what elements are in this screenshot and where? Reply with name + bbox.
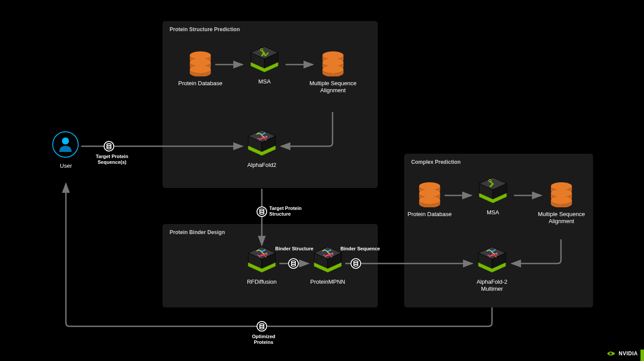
svg-point-31 [190,58,211,66]
database-icon [321,51,345,76]
node-alphafold2: AlphaFold2 [235,130,288,169]
node-label: MSA [238,78,291,85]
edge-label-optimized: Optimized Proteins [246,334,281,345]
svg-point-63 [551,182,572,190]
user-icon [52,131,79,158]
svg-point-40 [322,58,344,66]
protein-cube-icon [477,246,507,275]
svg-point-56 [419,196,440,204]
node-user-label: User [48,162,83,169]
svg-point-24 [257,321,267,331]
node-proteinmpnn: ProteinMPNN [301,247,354,285]
node-label: Multiple Sequence Alignment [307,80,359,94]
node-label: RFDiffusion [235,278,288,285]
svg-point-54 [419,182,440,190]
database-icon [188,51,212,76]
node-label: Multiple Sequence Alignment [535,211,588,225]
svg-point-16 [289,259,298,268]
green-accent-tab [640,350,644,361]
tools-cube-icon [249,46,280,75]
node-label: AlphaFold-2 Multimer [466,278,518,293]
svg-point-64 [551,189,572,197]
token-target-struct [257,207,267,217]
node-msa-1: MSA [238,47,291,85]
svg-point-29 [62,137,69,144]
svg-point-32 [190,65,211,73]
tools-cube-icon [478,177,508,206]
edge-label-target-struct: Target Protein Structure [269,206,309,217]
svg-point-12 [257,207,267,217]
protein-cube-icon [246,129,277,158]
node-alphafold2-multimer: AlphaFold-2 Multimer [466,247,518,293]
database-icon [550,182,573,207]
node-label: MSA [467,209,519,216]
node-label: Protein Database [403,211,456,218]
node-msa-database-2: Multiple Sequence Alignment [535,179,588,225]
svg-point-8 [104,141,114,151]
svg-point-65 [551,196,572,204]
node-label: Protein Database [174,80,227,87]
node-protein-database-2: Protein Database [403,179,456,218]
nvidia-eye-icon [606,350,616,357]
node-msa-2: MSA [467,177,519,216]
token-optimized [257,321,267,331]
token-target-seq [104,141,114,151]
protein-cube-icon [246,246,277,275]
svg-point-70 [610,353,612,355]
svg-point-39 [322,51,344,59]
node-label: ProteinMPNN [301,278,354,285]
node-label: AlphaFold2 [235,162,288,169]
protein-cube-icon [312,246,343,275]
nvidia-text: NVIDIA [619,350,638,357]
node-protein-database-1: Protein Database [174,48,227,87]
nvidia-logo: NVIDIA [606,350,638,357]
node-rfdiffusion: RFDiffusion [235,247,288,285]
edge-label-target-seq: Target Protein Sequence(s) [92,154,132,165]
svg-point-30 [190,51,211,59]
node-msa-database-1: Multiple Sequence Alignment [307,48,359,94]
svg-point-55 [419,189,440,197]
token-binder-struct [289,259,298,268]
database-icon [418,182,441,207]
svg-point-41 [322,65,344,73]
